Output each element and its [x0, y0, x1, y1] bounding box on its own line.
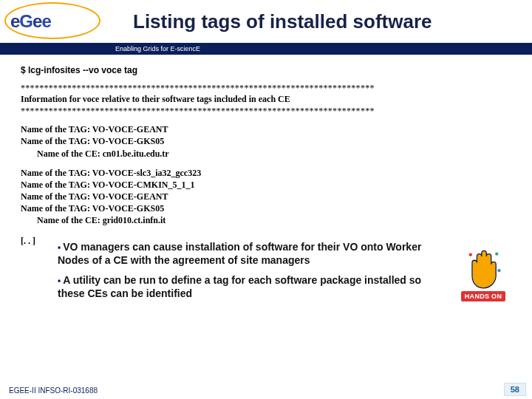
hands-on-label: HANDS ON [461, 291, 505, 301]
bullet-list: •VO managers can cause installation of s… [21, 241, 454, 309]
bullet-item: •A utility can be run to define a tag fo… [58, 274, 448, 301]
hands-on-badge: HANDS ON [454, 241, 513, 309]
separator-bottom: ****************************************… [21, 106, 516, 116]
output-block-2: Name of the TAG: VO-VOCE-slc3_ia32_gcc32… [21, 167, 516, 227]
svg-point-0 [469, 253, 472, 256]
header-bar: eGee Listing tags of installed software [0, 0, 532, 43]
bullet-item: •VO managers can cause installation of s… [58, 241, 448, 267]
tag-line: Name of the TAG: VO-VOCE-GEANT [21, 191, 516, 202]
info-heading: Information for voce relative to their s… [21, 94, 516, 104]
slide-content: $ lcg-infosites --vo voce tag **********… [0, 55, 532, 308]
svg-point-1 [495, 253, 498, 256]
tag-line: Name of the TAG: VO-VOCE-GEANT [21, 123, 516, 135]
tag-line: Name of the TAG: VO-VOCE-CMKIN_5_1_1 [21, 179, 516, 191]
bullets-row: •VO managers can cause installation of s… [21, 241, 516, 309]
bullet-dot: • [58, 276, 61, 286]
bullet-dot: • [58, 242, 61, 253]
footer-ref: EGEE-II INFSO-RI-031688 [9, 386, 98, 395]
separator-top: ****************************************… [21, 83, 516, 93]
page-number: 58 [504, 383, 526, 396]
tag-line: Name of the TAG: VO-VOCE-GKS05 [21, 202, 516, 214]
ce-line: Name of the CE: grid010.ct.infn.it [21, 214, 516, 226]
tagline: Enabling Grids for E-sciencE [115, 45, 200, 52]
logo-text: eGee [7, 11, 51, 32]
tag-line: Name of the TAG: VO-VOCE-GKS05 [21, 135, 516, 147]
tag-line: Name of the TAG: VO-VOCE-slc3_ia32_gcc32… [21, 167, 516, 179]
title-area: Listing tags of installed software [118, 0, 532, 43]
egee-logo: eGee [0, 0, 118, 43]
ce-line: Name of the CE: cn01.be.itu.edu.tr [21, 148, 516, 160]
command-line: $ lcg-infosites --vo voce tag [21, 65, 516, 75]
output-block-1: Name of the TAG: VO-VOCE-GEANT Name of t… [21, 123, 516, 160]
tagline-bar: Enabling Grids for E-sciencE [0, 43, 532, 55]
svg-point-2 [497, 270, 500, 273]
hand-icon [463, 247, 503, 290]
page-title: Listing tags of installed software [133, 10, 432, 33]
